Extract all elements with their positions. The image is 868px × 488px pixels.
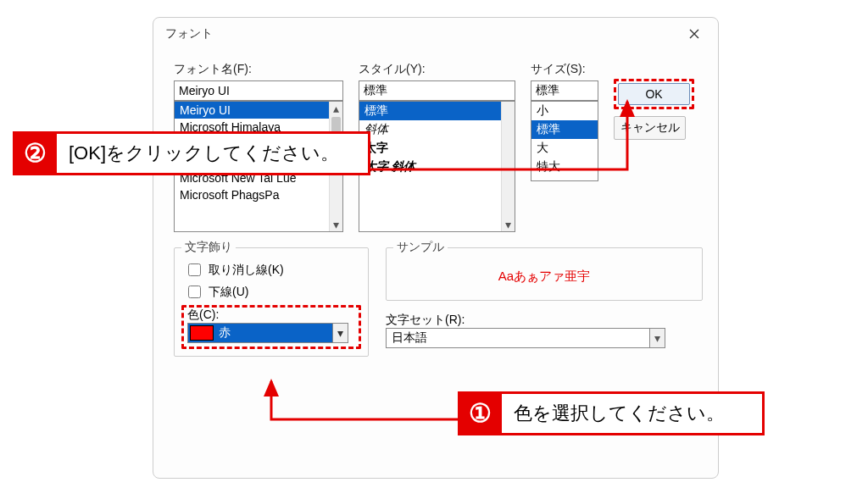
script-combo[interactable]: 日本語 ▾ [386, 328, 665, 348]
chevron-down-icon[interactable]: ▾ [649, 329, 665, 347]
annotation-text: [OK]をクリックしてください。 [57, 131, 370, 175]
close-button[interactable] [682, 25, 706, 43]
underline-checkbox[interactable] [188, 286, 201, 298]
style-label: スタイル(Y): [359, 62, 515, 77]
sample-text: Aaあぁアァ亜宇 [397, 257, 692, 290]
ok-highlight: OK [614, 79, 694, 109]
annotation-badge: ① [458, 391, 502, 435]
color-highlight: 色(C): 赤 ▾ [181, 305, 361, 349]
scrollbar[interactable]: ▾ [501, 102, 515, 231]
list-item[interactable]: 大 [531, 139, 598, 158]
color-label: 色(C): [187, 308, 219, 321]
scroll-down-icon[interactable]: ▾ [502, 218, 515, 231]
sample-legend: サンプル [393, 240, 448, 255]
ok-button[interactable]: OK [618, 83, 690, 105]
size-label: サイズ(S): [531, 62, 598, 77]
scroll-down-icon[interactable]: ▾ [330, 218, 342, 231]
strike-label: 取り消し線(K) [209, 263, 284, 278]
style-list[interactable]: 標準 斜体 太字 太字 斜体 ▾ [359, 101, 515, 232]
strike-row[interactable]: 取り消し線(K) [185, 261, 358, 279]
titlebar: フォント [153, 18, 718, 47]
color-name: 赤 [215, 324, 332, 342]
list-item[interactable]: 標準 [359, 102, 515, 120]
underline-label: 下線(U) [209, 285, 248, 300]
list-item[interactable]: 小 [531, 102, 598, 120]
font-name-label: フォント名(F): [174, 62, 343, 77]
sample-group: サンプル Aaあぁアァ亜宇 [386, 247, 703, 301]
list-item[interactable]: 標準 [531, 120, 598, 139]
style-input[interactable] [359, 80, 515, 101]
effects-legend: 文字飾り [181, 240, 236, 255]
chevron-down-icon[interactable]: ▾ [332, 324, 348, 342]
list-item[interactable]: Microsoft PhagsPa [175, 186, 342, 203]
annotation-step-1: ① 色を選択してください。 [458, 391, 765, 435]
cancel-button[interactable]: キャンセル [614, 116, 686, 140]
underline-row[interactable]: 下線(U) [185, 283, 358, 301]
color-combo[interactable]: 赤 ▾ [187, 323, 348, 343]
list-item[interactable]: 太字 斜体 [359, 158, 515, 176]
color-swatch-icon [190, 325, 214, 341]
dialog-title: フォント [165, 26, 213, 42]
script-value: 日本語 [387, 329, 649, 347]
font-name-input[interactable] [174, 80, 343, 101]
close-icon [689, 29, 699, 39]
annotation-step-2: ② [OK]をクリックしてください。 [13, 131, 370, 175]
annotation-badge: ② [13, 131, 57, 175]
list-item[interactable]: Meiryo UI [175, 102, 342, 119]
size-list[interactable]: 小 標準 大 特大 [531, 101, 598, 181]
effects-group: 文字飾り 取り消し線(K) 下線(U) 色(C): 赤 ▾ [174, 247, 369, 357]
annotation-text: 色を選択してください。 [502, 391, 765, 435]
list-item[interactable]: 特大 [531, 158, 598, 176]
size-input[interactable] [531, 80, 598, 101]
strike-checkbox[interactable] [188, 263, 201, 276]
scroll-up-icon[interactable]: ▴ [330, 102, 342, 115]
script-label: 文字セット(R): [386, 313, 665, 328]
list-item[interactable]: 太字 [359, 139, 515, 158]
list-item[interactable]: 斜体 [359, 120, 515, 139]
dialog-content: フォント名(F): Meiryo UI Microsoft Himalaya M… [153, 47, 718, 365]
